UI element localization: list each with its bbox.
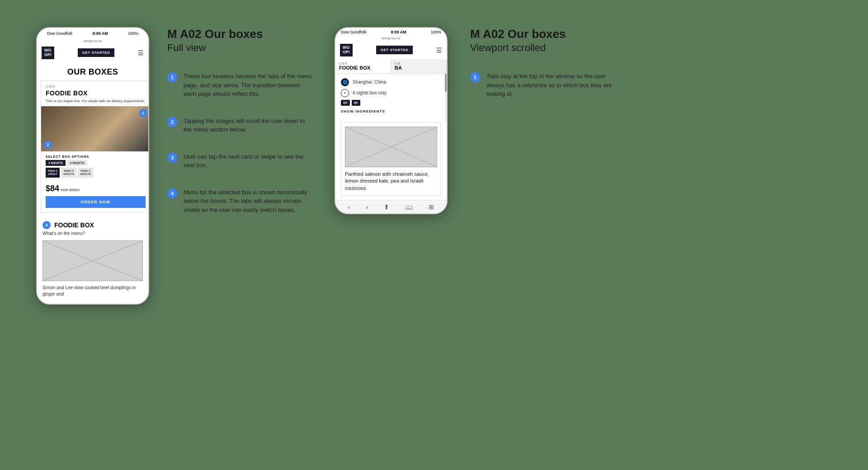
tab-num-2: 2 of (395, 62, 443, 65)
nights-btns-1: 3 NIGHTS 4 NIGHTS (46, 160, 146, 166)
annotation-text-1: These box headers become the tabs of the… (184, 72, 312, 99)
annotation-item-r1: 1 Tabs stay at the top of the window so … (470, 72, 615, 99)
annotation-title-1: M A02 Our boxes (167, 27, 312, 41)
annotation-text-3: User can tap the next card or swipe to s… (184, 152, 312, 170)
tab-item-2[interactable]: 2 of BA (391, 59, 447, 73)
carrier-1: Dow Goodfolk (47, 31, 73, 36)
foodie-menu-image (42, 240, 143, 281)
box-title-1: FOODIE BOX (46, 89, 146, 97)
annotation-item-1: 1 These box headers become the tabs of t… (167, 72, 312, 99)
forward-btn[interactable]: › (366, 203, 368, 211)
box-image-1: 1 2 (41, 106, 148, 151)
box-detail-container: 🌐 Shanghai, China + 4 nights box only GF… (335, 74, 447, 122)
food-image-1 (41, 106, 148, 151)
step-badge-1: 1 (139, 109, 147, 117)
phone-status-bar-1: Dow Goodfolk 8:00 AM 100% (37, 28, 148, 39)
url-2: woop.co.nz (335, 36, 447, 41)
foodie-badge: 4 (42, 221, 51, 229)
hamburger-icon-1[interactable]: ☰ (138, 49, 144, 56)
box-cards-row-1: 1 of 5 FOODIE BOX This is our staple box… (37, 80, 148, 213)
battery-1: 100% (128, 31, 138, 36)
nights-row: + 4 nights box only (341, 89, 441, 97)
per-week-1: PER WEEK (61, 188, 80, 192)
dish-card: Panfried salmon with chraimeh sauce, lem… (341, 122, 441, 196)
feed-3-adults-btn[interactable]: FEED 3ADULTS (78, 168, 93, 178)
url-1: woop.co.nz (37, 39, 148, 44)
annotation-panel-2: M A02 Our boxes Viewport scrolled 1 Tabs… (470, 27, 615, 117)
price-row-1: $84 PER WEEK (41, 184, 148, 196)
annotation-item-4: 4 Menu for the selected box is shown hor… (167, 188, 312, 215)
phone-browser-bar: ‹ › ⬆ 📖 ⊞ (335, 200, 447, 213)
3-nights-btn[interactable]: 3 NIGHTS (46, 160, 66, 166)
hamburger-icon-2[interactable]: ☰ (436, 47, 442, 54)
tab-row: 1 of 5 FOODIE BOX 2 of BA (335, 59, 447, 74)
annotation-subtitle-2: Viewport scrolled (470, 42, 615, 54)
4-nights-btn[interactable]: 4 NIGHTS (67, 160, 87, 166)
tab-name-1: FOODIE BOX (339, 65, 387, 70)
dish-image (345, 127, 437, 167)
box-desc-1: This is our staple box. For adults with … (41, 99, 148, 106)
annotation-panel-1: M A02 Our boxes Full view 1 These box he… (167, 27, 312, 232)
tabs-btn[interactable]: ⊞ (429, 203, 434, 211)
select-label-1: SELECT BOX OPTIONS (46, 155, 146, 158)
phone-status-bar-2: Dow Goodfolk 8:00 AM 100% (335, 28, 447, 36)
woop-logo-1: WOOP! (42, 47, 54, 59)
feed-2-adults-btn[interactable]: FEED 2ADULTS (61, 168, 76, 178)
annotation-num-r1: 1 (470, 72, 480, 82)
select-options-1: SELECT BOX OPTIONS 3 NIGHTS 4 NIGHTS FEE… (41, 151, 148, 184)
battery-2: 100% (431, 30, 441, 34)
book-btn[interactable]: 📖 (405, 203, 413, 211)
foodie-title: FOODIE BOX (54, 221, 94, 229)
feed-1-adult-btn[interactable]: FEED 1ADULT (46, 168, 60, 178)
location-text: Shanghai, China (353, 80, 386, 85)
tab-name-2: BA (395, 65, 443, 70)
annotation-item-3: 3 User can tap the next card or swipe to… (167, 152, 312, 170)
right-section: Dow Goodfolk 8:00 AM 100% woop.co.nz WOO… (335, 27, 615, 305)
box-card-1[interactable]: 1 of 5 FOODIE BOX This is our staple box… (41, 80, 148, 213)
step-badge-2: 2 (44, 141, 52, 149)
box-header-1: 1 of 5 FOODIE BOX (41, 81, 148, 99)
time-2: 8:00 AM (391, 30, 406, 34)
share-btn[interactable]: ⬆ (384, 203, 389, 211)
dish-title: Panfried salmon with chraimeh sauce, lem… (345, 171, 437, 192)
globe-icon: 🌐 (341, 78, 349, 86)
woop-logo-2: WOOP! (340, 44, 353, 56)
annotation-num-1: 1 (167, 72, 177, 82)
phone-bottom-section: 4 FOODIE BOX What's on the menu? Simon a… (37, 215, 148, 304)
foodie-box-row: 4 FOODIE BOX (42, 221, 143, 229)
annotation-text-r1: Tabs stay at the top of the window so th… (486, 72, 615, 99)
annotation-num-2: 2 (167, 117, 177, 127)
annotation-title-2: M A02 Our boxes (470, 27, 615, 41)
tab-item-1[interactable]: 1 of 5 FOODIE BOX (335, 59, 391, 73)
show-ingredients[interactable]: SHOW INGREDIENTS (341, 109, 441, 113)
annotation-subtitle-1: Full view (167, 42, 312, 54)
foodie-subtitle: What's on the menu? (42, 231, 143, 236)
time-1: 8:00 AM (93, 31, 108, 36)
phone-mockup-2: Dow Goodfolk 8:00 AM 100% woop.co.nz WOO… (335, 27, 448, 214)
get-started-btn-2[interactable]: GET STARTED (376, 46, 413, 54)
tab-num-1: 1 of 5 (339, 62, 387, 65)
location-row: 🌐 Shanghai, China (341, 78, 441, 86)
annotation-num-3: 3 (167, 153, 177, 163)
box-number-1: 1 of 5 (46, 85, 146, 89)
phone-nav-2: WOOP! GET STARTED ☰ (335, 41, 447, 59)
tag-row: GF DF (341, 100, 441, 106)
df-tag: DF (352, 100, 360, 106)
feed-btns-1: FEED 1ADULT FEED 2ADULTS FEED 3ADULTS (46, 168, 146, 178)
carrier-2: Dow Goodfolk (341, 30, 367, 34)
back-btn[interactable]: ‹ (348, 203, 350, 211)
nights-text: 4 nights box only (353, 90, 387, 95)
phone-nav-1: WOOP! GET STARTED ☰ (37, 44, 148, 62)
annotation-text-4: Menu for the selected box is shown horiz… (184, 188, 312, 215)
box-detail: 🌐 Shanghai, China + 4 nights box only GF… (335, 74, 447, 122)
get-started-btn-1[interactable]: GET STARTED (78, 48, 114, 57)
annotation-num-4: 4 (167, 188, 177, 198)
annotation-text-2: Tapping the images will scroll the user … (184, 117, 312, 134)
phone-mockup-1: Dow Goodfolk 8:00 AM 100% woop.co.nz WOO… (36, 27, 149, 305)
annotation-item-2: 2 Tapping the images will scroll the use… (167, 117, 312, 134)
order-now-btn[interactable]: ORDER NOW (46, 196, 146, 208)
our-boxes-title-1: OUR BOXES (37, 62, 148, 80)
scroll-track (445, 74, 447, 122)
price-1: $84 (46, 184, 59, 193)
foodie-dish-desc: Simon and Lee slow cooked beef dumplings… (42, 285, 143, 297)
